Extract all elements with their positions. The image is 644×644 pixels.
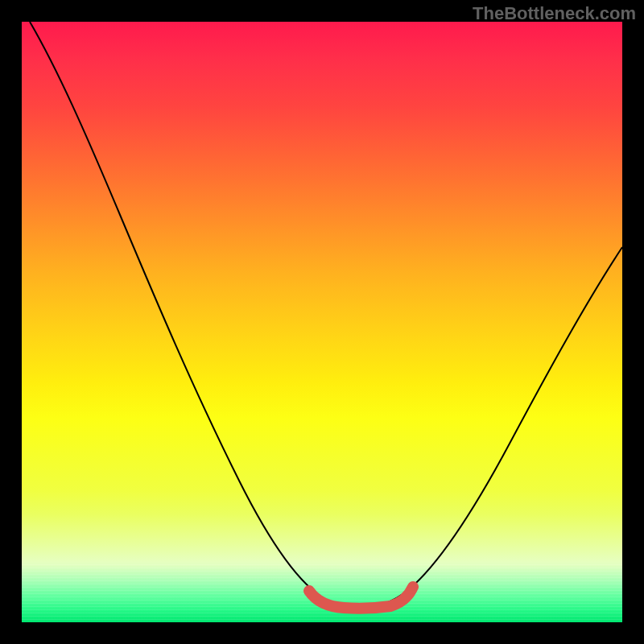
- chart-plot: [22, 22, 622, 622]
- watermark-text: TheBottleneck.com: [473, 3, 636, 24]
- bottleneck-curve: [30, 22, 622, 608]
- chart-svg: [22, 22, 622, 622]
- optimal-region-marker: [309, 587, 413, 609]
